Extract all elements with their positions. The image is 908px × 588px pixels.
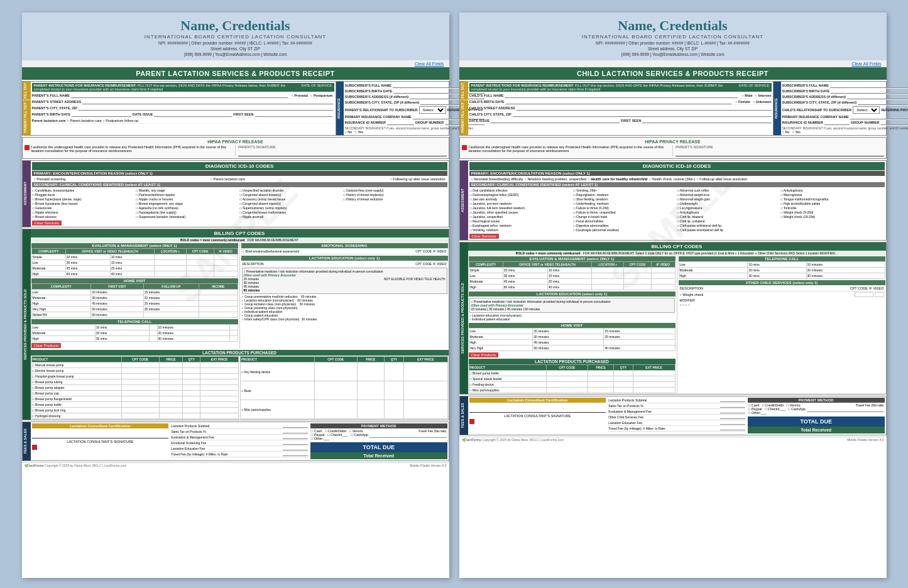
fees-list: Lactation Products Subtotal Sales Tax on… [171, 423, 308, 457]
child-clear-all-button[interactable]: Clear AlI Fields [459, 60, 887, 67]
child-name-row: CHILD'S FULL NAME ○ Male ○ Intersex [469, 93, 772, 99]
parent-name-row: PARENT'S FULL NAME ○ Prenatal ○ Postpart… [32, 93, 333, 99]
other-child-title: OTHER CHILD SERVICES (select only 1) [679, 280, 885, 285]
child-header-section: Name, Credentials INTERNATIONAL BOARD CE… [459, 13, 887, 60]
child-header-title: INTERNATIONAL BOARD CERTIFIED LACTATION … [466, 34, 880, 40]
primary-header: PRIMARY: ENCOUNTER/CONSULTATION REASON (… [32, 171, 447, 176]
child-insurance-id-row: INSURANCE ID NUMBER [782, 120, 850, 126]
header-title: INTERNATIONAL BOARD CERTIFIED LACTATION … [28, 34, 443, 40]
child-telephone-title: TELEPHONE CALL [679, 256, 885, 261]
parent-address-row: PARENT'S STREET ADDRESS [32, 99, 333, 105]
child-fees-list: Lactation Products Subtotal Sales Tax on… [608, 398, 745, 432]
products-title: LACTATION PRODUCTS PURCHASED [31, 350, 449, 356]
travel-flat-input[interactable] [369, 433, 447, 438]
insurance-id-input[interactable] [387, 120, 414, 125]
lc-signature-line[interactable] [32, 430, 169, 438]
parent-first-seen-input[interactable] [255, 112, 333, 117]
clear-all-button[interactable]: Clear All Fields [22, 60, 449, 67]
parent-birthdate-row: PARENT'S BIRTH DATE [32, 112, 131, 117]
assessment-rotated: ASSESSMENT [23, 161, 31, 227]
parent-form: SAMPLE Name, Credentials INTERNATIONAL B… [22, 13, 449, 578]
child-date-issue-input[interactable] [491, 118, 620, 123]
child-hipaa-signature-line[interactable] [676, 149, 884, 156]
child-subscriber-city-row: SUBSCRIBER'S CITY, STATE, ZIP (if differ… [782, 100, 909, 106]
child-lactation-edu-title: LACTATION EDUCATION (select only 1) [469, 291, 676, 297]
emotional-title: EMOTIONAL SCREENING [241, 243, 448, 248]
child-first-seen-input[interactable] [642, 118, 771, 123]
child-header-npi: NPI: ######### | Other provider number: … [466, 41, 880, 45]
child-name-input[interactable] [505, 93, 738, 98]
child-city-row: CHILD'S CITY, STATE, ZIP [469, 112, 772, 117]
footer: 🌿 lactForms Copyright © 2025 by Diana We… [22, 462, 449, 468]
child-payment-methods: □ Cash □ Credit/Debit □ Venmo □ Paypal □… [748, 403, 885, 415]
child-header-contact: (999) 999-9999 | You@EmailAddress.com | … [466, 52, 880, 57]
child-fees-rotated: FEES & SALES [460, 396, 468, 435]
child-first-seen-row: FIRST SEEN [621, 118, 772, 124]
telephone-title: TELEPHONE CALL [31, 319, 238, 324]
total-received: Total Received [310, 452, 447, 459]
child-group-number-input[interactable] [881, 120, 908, 125]
parent-birthdate-input[interactable] [72, 112, 131, 117]
clear-products-button[interactable]: Clear Products [31, 343, 62, 348]
child-secondary-header: SECONDARY: CLINICAL CONDITIONS IDENTIFIE… [469, 182, 885, 187]
child-secondary-yes-no: ○ No○ Yes [782, 130, 909, 134]
red-marker [25, 145, 30, 150]
child-fill-out-rotated: FILL OUT [460, 82, 468, 100]
child-travel-flat-input[interactable] [807, 407, 884, 412]
hipaa-section: HIPAA PRIVACY RELEASE I authorize the un… [22, 137, 449, 159]
header-address: Street address, City ST ZIP [28, 46, 443, 51]
child-subscriber-address-input[interactable] [847, 94, 908, 99]
child-primary-insurance-input[interactable] [850, 114, 908, 119]
child-subscriber-birth-input[interactable] [831, 89, 908, 94]
products-table-left: PRODUCT CPT CODE PRICE QTY EXT PRICE □ M… [31, 356, 239, 419]
child-subscriber-city-input[interactable] [858, 100, 908, 105]
total-due: TOTAL DUE [310, 442, 447, 452]
child-insurance-id-input[interactable] [824, 120, 850, 125]
child-relationship-select[interactable]: Select: [853, 106, 880, 114]
billing-title: BILLING CPT CODES [31, 229, 449, 237]
child-total-due: TOTAL DUE [748, 416, 885, 427]
fill-out-rotated: FILL OUT [23, 82, 31, 100]
hipaa-text: I authorize the undersigned health care … [25, 145, 233, 153]
parent-first-seen-row: FIRST SEEN [233, 112, 332, 117]
child-subscriber-name-input[interactable] [830, 83, 908, 88]
child-em-table: COMPLEXITY OFFICE VISIT or VIDEO TELEHEA… [469, 261, 676, 290]
child-date-issue-row: DATE ISSUE [469, 118, 620, 124]
child-clear-services-button[interactable]: Clear Services [469, 234, 499, 239]
child-address-input[interactable] [517, 106, 772, 111]
parent-name-input[interactable] [71, 93, 288, 98]
child-birth-input[interactable] [506, 99, 731, 104]
child-header-address: Street address, City ST ZIP [466, 46, 880, 51]
other-child-table: DESCRIPTION CPT CODE IF VIDEO ○ Weight c… [679, 285, 885, 308]
child-lc-signature-line[interactable] [469, 404, 606, 413]
child-parent-fill-rotated: PARENT FILL OUT [460, 100, 468, 135]
child-lc-signature-label: LACTATION CONSULTANT'S SIGNATURE [469, 414, 606, 418]
home-visit-table: COMPLEXITY FIRST VISIT FOLLOW-UP INCOME … [31, 283, 238, 318]
child-red-marker [462, 145, 467, 150]
child-telephone-table: Low10 mins10 minutes Moderate20 mins20 m… [679, 261, 885, 279]
header-npi: NPI: ######### | Other provider number: … [28, 41, 443, 45]
hipaa-title: HIPAA PRIVACY RELEASE [25, 139, 447, 144]
child-city-input[interactable] [513, 112, 772, 117]
payment-title: PAYMENT METHOD [310, 423, 447, 428]
clear-services-button[interactable]: Clear Services [32, 220, 62, 226]
child-group-number-row: GROUP NUMBER [851, 120, 908, 126]
red-marker-fees [32, 445, 169, 450]
parent-date-issue-input[interactable] [154, 112, 232, 117]
hipaa-signature-line[interactable] [238, 149, 447, 156]
payment-methods: □ Cash □ Credit/Debit □ Venmo □ Paypal □… [310, 428, 447, 441]
child-diagnostic-title: DIAGNOSTIC ICD-10 CODES [469, 162, 885, 170]
parent-city-input[interactable] [79, 106, 332, 111]
child-clear-products-button[interactable]: Clear Products [469, 352, 499, 357]
billing-note: BOLD codes = most commonly reimbursed FO… [31, 237, 449, 242]
child-assessment-rotated: ASSESSMENT [460, 161, 468, 240]
child-home-visit-title: HOME VISIT [469, 323, 676, 328]
relationship-select[interactable]: Select: [419, 106, 446, 114]
parent-address-input[interactable] [82, 99, 332, 104]
child-primary-insurance-row: PRIMARY INSURANCE COMPANY NAME [782, 114, 909, 120]
clear-services-row: Clear Services [32, 220, 447, 226]
header-name: Name, Credentials [28, 18, 443, 34]
child-products-title: LACTATION PRODUCTS PURCHASED [469, 359, 676, 364]
insurance-id-row: INSURANCE ID NUMBER [345, 120, 414, 126]
edu-table: DESCRIPTION CPT CODE IF VIDEO ○ Preventa… [241, 261, 448, 322]
